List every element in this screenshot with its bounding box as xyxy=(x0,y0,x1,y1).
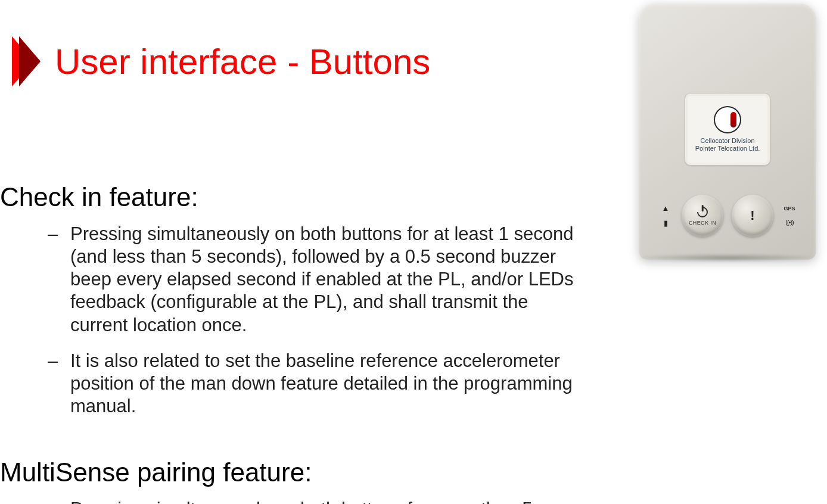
bullet-list: Pressing simultaneously on both buttons … xyxy=(0,498,578,504)
device-shell: Cellocator Division Pointer Telocation L… xyxy=(639,4,816,260)
antenna-icon: ▲ xyxy=(662,204,670,213)
device-shadow xyxy=(633,254,822,262)
sticker-line: Pointer Telocation Ltd. xyxy=(695,145,760,153)
list-item: Pressing simultaneously on both buttons … xyxy=(48,223,578,337)
battery-icon: ▮ xyxy=(664,219,668,228)
checkin-button-label: CHECK IN xyxy=(689,220,716,226)
cellocator-logo-icon xyxy=(714,106,741,133)
svg-marker-1 xyxy=(19,36,41,86)
page-title: User interface - Buttons xyxy=(55,41,430,82)
section-checkin: Check in feature: Pressing simultaneousl… xyxy=(0,90,602,418)
alert-button: ! xyxy=(732,195,773,237)
right-indicators: GPS xyxy=(782,206,797,226)
signal-icon xyxy=(785,217,794,226)
exclamation-icon: ! xyxy=(745,208,760,223)
gps-led-label: GPS xyxy=(784,206,795,211)
bullet-list: Pressing simultaneously on both buttons … xyxy=(0,223,578,418)
device-photo: Cellocator Division Pointer Telocation L… xyxy=(639,4,816,260)
list-item: It is also related to set the baseline r… xyxy=(48,350,578,418)
section-heading: Check in feature: xyxy=(0,182,578,212)
sticker-text: Cellocator Division Pointer Telocation L… xyxy=(695,137,760,152)
device-button-row: ▲ ▮ CHECK IN ! GPS xyxy=(639,186,816,245)
section-multisense: MultiSense pairing feature: Pressing sim… xyxy=(0,431,602,504)
sticker-line: Cellocator Division xyxy=(695,137,760,145)
checkin-button: CHECK IN xyxy=(682,195,723,237)
left-indicators: ▲ ▮ xyxy=(658,204,673,228)
power-icon xyxy=(696,206,709,219)
chevron-right-icon xyxy=(11,33,44,90)
device-sticker: Cellocator Division Pointer Telocation L… xyxy=(685,93,770,166)
section-heading: MultiSense pairing feature: xyxy=(0,458,578,487)
list-item: Pressing simultaneously on both buttons … xyxy=(48,498,578,504)
